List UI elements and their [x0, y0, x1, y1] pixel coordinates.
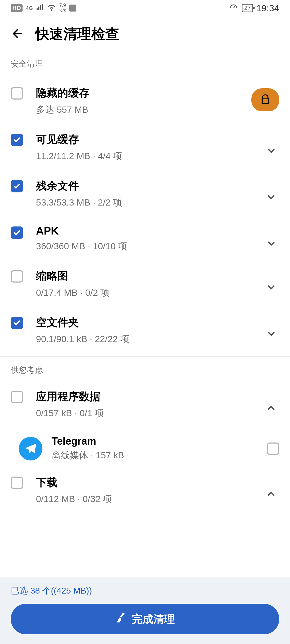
row-sub: 0/17.4 MB · 0/2 项 — [36, 287, 250, 299]
finish-button-label: 完成清理 — [132, 612, 175, 627]
checkbox-hidden-cache[interactable] — [11, 87, 23, 100]
status-bar: HD 4G 7.9 K/s 27 19:34 — [0, 0, 290, 16]
status-left: HD 4G 7.9 K/s — [11, 3, 76, 13]
checkbox-downloads[interactable] — [11, 477, 23, 489]
chevron-down-icon — [266, 238, 277, 250]
row-sub: 0/157 kB · 0/1 项 — [36, 407, 250, 419]
status-right: 27 19:34 — [229, 2, 279, 14]
row-apk[interactable]: APK 360/360 MB · 10/10 项 — [0, 219, 290, 263]
network-4g-icon: 4G — [26, 5, 33, 11]
section-consider: 供您考虑 — [0, 357, 290, 384]
row-sub: 11.2/11.2 MB · 4/4 项 — [36, 150, 250, 162]
battery-indicator: 27 — [242, 4, 253, 12]
signal-icon — [36, 3, 44, 13]
expand-toggle[interactable] — [263, 238, 279, 250]
checkbox-empty-folders[interactable] — [11, 317, 23, 329]
bottom-panel: 已选 38 个((425 MB)) 完成清理 — [0, 577, 290, 644]
checkbox-residual[interactable] — [11, 180, 23, 192]
network-speed: 7.9 K/s — [59, 3, 66, 13]
hd-badge: HD — [11, 4, 23, 12]
checkbox-apk[interactable] — [11, 226, 23, 239]
finish-clean-button[interactable]: 完成清理 — [11, 604, 279, 634]
sub-sub: 离线媒体 · 157 kB — [52, 449, 258, 462]
row-hidden-cache[interactable]: 隐藏的缓存 多达 557 MB — [0, 80, 290, 127]
row-sub: 53.3/53.3 MB · 2/2 项 — [36, 196, 250, 209]
title-bar: 快速清理检查 — [0, 16, 290, 54]
row-title: APK — [36, 225, 250, 237]
row-title: 应用程序数据 — [36, 389, 250, 404]
chevron-down-icon — [266, 282, 277, 294]
expand-toggle[interactable] — [263, 488, 279, 500]
section-safe-clean: 安全清理 — [0, 54, 290, 80]
row-thumbnails[interactable]: 缩略图 0/17.4 MB · 0/2 项 — [0, 263, 290, 310]
chevron-up-icon — [266, 488, 277, 500]
sub-row-telegram[interactable]: Telegram 离线媒体 · 157 kB — [0, 430, 290, 470]
checkbox-visible-cache[interactable] — [11, 134, 23, 146]
row-app-data[interactable]: 应用程序数据 0/157 kB · 0/1 项 — [0, 384, 290, 430]
row-sub: 0/112 MB · 0/32 项 — [36, 493, 250, 505]
checkbox-app-data[interactable] — [11, 391, 23, 403]
row-title: 残余文件 — [36, 178, 250, 193]
row-title: 隐藏的缓存 — [36, 86, 279, 100]
chevron-down-icon — [266, 328, 277, 340]
row-sub: 90.1/90.1 kB · 22/22 项 — [36, 333, 250, 345]
wifi-icon — [47, 3, 56, 13]
app-store-icon — [69, 5, 76, 12]
speed-icon — [229, 2, 238, 14]
row-downloads[interactable]: 下载 0/112 MB · 0/32 项 — [0, 470, 290, 508]
lock-icon — [260, 94, 271, 106]
row-sub: 360/360 MB · 10/10 项 — [36, 240, 250, 253]
lock-badge[interactable] — [251, 88, 279, 111]
chevron-down-icon — [266, 145, 277, 157]
expand-toggle[interactable] — [263, 402, 279, 414]
expand-toggle[interactable] — [263, 192, 279, 204]
row-residual[interactable]: 残余文件 53.3/53.3 MB · 2/2 项 — [0, 173, 290, 219]
back-icon[interactable] — [11, 27, 24, 41]
selection-text[interactable]: 已选 38 个((425 MB)) — [11, 585, 279, 597]
checkbox-thumbnails[interactable] — [11, 270, 23, 283]
telegram-icon — [19, 437, 42, 460]
row-title: 缩略图 — [36, 269, 250, 283]
broom-icon — [115, 612, 127, 626]
chevron-up-icon — [266, 402, 277, 414]
row-sub: 多达 557 MB — [36, 104, 279, 116]
clock: 19:34 — [256, 3, 279, 13]
row-title: 可见缓存 — [36, 132, 250, 147]
row-title: 下载 — [36, 475, 250, 490]
row-empty-folders[interactable]: 空文件夹 90.1/90.1 kB · 22/22 项 — [0, 310, 290, 356]
chevron-down-icon — [266, 192, 277, 204]
expand-toggle[interactable] — [263, 282, 279, 294]
row-visible-cache[interactable]: 可见缓存 11.2/11.2 MB · 4/4 项 — [0, 127, 290, 173]
sub-title: Telegram — [52, 436, 258, 447]
expand-toggle[interactable] — [263, 328, 279, 340]
page-title: 快速清理检查 — [35, 25, 119, 43]
checkbox-telegram[interactable] — [267, 442, 279, 455]
expand-toggle[interactable] — [263, 145, 279, 157]
row-title: 空文件夹 — [36, 315, 250, 330]
